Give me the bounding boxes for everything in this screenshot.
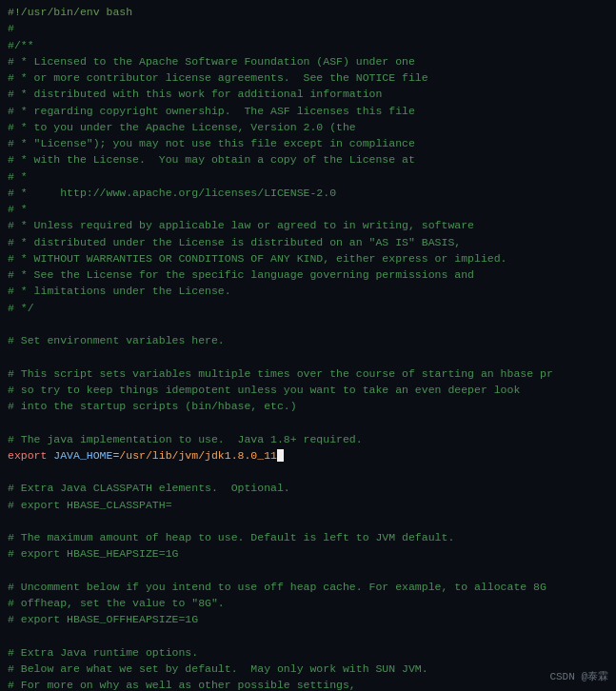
code-line-7: # * regarding copyright ownership. The A… (8, 103, 608, 119)
code-line-31: # export HBASE_CLASSPATH= (8, 497, 608, 513)
code-line-18: # * limitations under the License. (8, 283, 608, 299)
code-line-15: # * distributed under the License is dis… (8, 234, 608, 250)
code-line-38: # export HBASE_OFFHEAPSIZE=1G (8, 611, 608, 627)
code-line-17: # * See the License for the specific lan… (8, 267, 608, 283)
code-content: #!/usr/bin/env bash##/**# * Licensed to … (8, 4, 608, 691)
code-line-24: # so try to keep things idempotent unles… (8, 382, 608, 398)
code-line-42: # For more on why as well as other possi… (8, 677, 608, 691)
code-line-5: # * or more contributor license agreemen… (8, 69, 608, 86)
code-line-6: # * distributed with this work for addit… (8, 86, 608, 102)
code-line-33: # The maximum amount of heap to use. Def… (8, 529, 608, 545)
code-line-2: # (8, 20, 608, 36)
code-line-4: # * Licensed to the Apache Software Foun… (8, 53, 608, 69)
code-line-22 (8, 348, 608, 365)
code-line-8: # * to you under the Apache License, Ver… (8, 119, 608, 135)
code-line-9: # * "License"); you may not use this fil… (8, 135, 608, 151)
code-line-26 (8, 414, 608, 430)
code-line-23: # This script sets variables multiple ti… (8, 365, 608, 382)
code-line-28: export JAVA_HOME=/usr/lib/jvm/jdk1.8.0_1… (8, 447, 608, 464)
code-line-41: # Below are what we set by default. May … (8, 661, 608, 677)
code-line-37: # offheap, set the value to "8G". (8, 595, 608, 611)
code-line-32 (8, 513, 608, 529)
code-line-27: # The java implementation to use. Java 1… (8, 431, 608, 447)
code-line-12: # * http://www.apache.org/licenses/LICEN… (8, 185, 608, 201)
code-line-40: # Extra Java runtime options. (8, 644, 608, 661)
code-line-10: # * with the License. You may obtain a c… (8, 151, 608, 168)
code-line-14: # * Unless required by applicable law or… (8, 217, 608, 233)
code-line-13: # * (8, 201, 608, 217)
code-line-35 (8, 563, 608, 579)
code-line-11: # * (8, 168, 608, 185)
code-line-25: # into the startup scripts (bin/hbase, e… (8, 398, 608, 414)
code-line-30: # Extra Java CLASSPATH elements. Optiona… (8, 480, 608, 496)
code-line-29 (8, 464, 608, 480)
watermark: CSDN @泰霖 (549, 669, 608, 683)
code-line-20 (8, 316, 608, 332)
code-line-34: # export HBASE_HEAPSIZE=1G (8, 545, 608, 562)
code-line-16: # * WITHOUT WARRANTIES OR CONDITIONS OF … (8, 250, 608, 267)
code-line-36: # Uncomment below if you intend to use o… (8, 579, 608, 595)
code-line-19: # */ (8, 300, 608, 316)
code-line-39 (8, 628, 608, 644)
code-editor: #!/usr/bin/env bash##/**# * Licensed to … (0, 0, 616, 691)
code-line-3: #/** (8, 37, 608, 53)
code-line-1: #!/usr/bin/env bash (8, 4, 608, 20)
code-line-21: # Set environment variables here. (8, 332, 608, 348)
